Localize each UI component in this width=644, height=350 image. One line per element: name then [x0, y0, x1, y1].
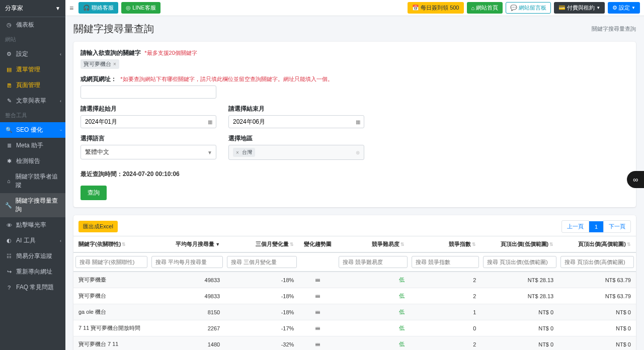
- trend-chart-icon[interactable]: ⩸: [315, 341, 321, 348]
- column-header[interactable]: 變化趨勢圖: [299, 236, 337, 253]
- sidebar-item-icon: ▤: [5, 66, 13, 73]
- remove-tag-icon[interactable]: ×: [113, 61, 116, 67]
- cell-high: NT$ 0: [558, 304, 636, 320]
- column-filter-input[interactable]: [412, 256, 479, 268]
- sidebar-item[interactable]: ?FAQ 常見問題: [0, 280, 65, 295]
- region-label: 選擇地區: [228, 134, 364, 143]
- sidebar-item-label: 儀表板: [16, 21, 34, 29]
- sort-icon: ▼: [215, 242, 220, 247]
- chevron-left-icon: ‹: [60, 238, 61, 243]
- cell-diff: 低: [337, 272, 410, 288]
- column-filter-input[interactable]: [483, 256, 556, 268]
- cell-kw: 寶可夢機台 7 11: [73, 336, 149, 351]
- sidebar-item[interactable]: ✱檢測報告: [0, 153, 65, 169]
- column-header[interactable]: 平均每月搜尋量▼: [149, 236, 225, 253]
- page-1-button[interactable]: 1: [589, 221, 603, 232]
- sort-icon: ⇅: [122, 242, 126, 247]
- column-header[interactable]: 頁頂出價(高價範圍)⇅: [558, 236, 636, 253]
- sidebar-item[interactable]: ≣Meta 助手: [0, 138, 65, 153]
- remove-region-icon[interactable]: ×: [236, 150, 239, 155]
- cell-low: NT$ 0: [481, 320, 558, 336]
- cell-avg: 49833: [149, 272, 225, 288]
- trend-chart-icon[interactable]: ⩸: [315, 277, 321, 284]
- sidebar-item[interactable]: 🖹頁面管理: [0, 77, 65, 93]
- column-header[interactable]: 三個月變化量⇅: [225, 236, 299, 253]
- settings-dropdown[interactable]: ⚙ 設定 ▼: [608, 2, 640, 14]
- chevron-left-icon: ‹: [60, 99, 61, 104]
- language-label: 選擇語言: [80, 134, 216, 143]
- search-button[interactable]: 查詢: [80, 186, 107, 200]
- sidebar-item-label: 重新導向網址: [16, 268, 52, 276]
- billing-dropdown[interactable]: 💳 付費與租約 ▼: [554, 2, 605, 14]
- calendar-icon: 📅: [412, 5, 419, 11]
- column-filter-input[interactable]: [560, 256, 634, 268]
- column-header[interactable]: 頁頂出價(低價範圍)⇅: [481, 236, 558, 253]
- url-label: 或網頁網址： *如要查詢網站下有哪些關鍵字，請只填此欄位並留空查詢關鍵字。網址只…: [80, 75, 629, 83]
- sidebar-item[interactable]: ◷儀表板: [0, 17, 65, 33]
- trend-chart-icon[interactable]: ⩸: [315, 325, 321, 332]
- sidebar-item[interactable]: ⚙設定‹: [0, 46, 65, 62]
- column-filter-input[interactable]: [227, 256, 297, 268]
- brand-select[interactable]: 分享家 ▼: [0, 0, 65, 17]
- home-label: 網站首頁: [476, 4, 498, 12]
- trend-chart-icon[interactable]: ⩸: [315, 293, 321, 300]
- language-select[interactable]: 繁體中文: [80, 145, 216, 159]
- daily-signin-button[interactable]: 📅 每日簽到領 500: [408, 2, 463, 14]
- prev-page-button[interactable]: 上一頁: [561, 220, 589, 233]
- url-input[interactable]: [80, 85, 216, 99]
- line-support-button[interactable]: ◎ LINE客服: [121, 2, 160, 14]
- cell-diff: 低: [337, 336, 410, 351]
- sidebar-item-icon: ⚙: [5, 51, 13, 57]
- cell-avg: 2267: [149, 320, 225, 336]
- cell-low: NT$ 0: [481, 304, 558, 320]
- trend-chart-icon[interactable]: ⩸: [315, 309, 321, 316]
- next-page-button[interactable]: 下一頁: [603, 220, 631, 233]
- sidebar: 分享家 ▼ ◷儀表板網站⚙設定‹▤選單管理🖹頁面管理✎文章與表單‹整合工具🔍SE…: [0, 0, 65, 350]
- clear-region-icon[interactable]: ⊗: [356, 150, 360, 155]
- keyword-label: 請輸入欲查詢的關鍵字 *最多支援20個關鍵字: [80, 49, 629, 57]
- hamburger-icon[interactable]: ≡: [69, 4, 73, 12]
- export-excel-button[interactable]: 匯出成Excel: [78, 221, 118, 232]
- region-select[interactable]: × 台灣 ⊗: [228, 145, 364, 160]
- sidebar-item-label: 關鍵字競爭者追蹤: [16, 172, 60, 190]
- card-icon: 💳: [558, 5, 566, 11]
- start-month-input[interactable]: [80, 115, 216, 128]
- column-header[interactable]: 競爭難易度⇅: [337, 236, 410, 253]
- end-month-input[interactable]: [228, 115, 364, 128]
- sidebar-item[interactable]: 🔧關鍵字搜尋量查詢: [0, 193, 65, 217]
- website-home-button[interactable]: ⌂ 網站首頁: [467, 2, 503, 14]
- column-header[interactable]: 競爭指數⇅: [410, 236, 481, 253]
- cell-diff: 低: [337, 304, 410, 320]
- sidebar-item[interactable]: ↪重新導向網址: [0, 264, 65, 280]
- line-icon: ◎: [126, 5, 131, 11]
- keyword-tag-input[interactable]: 寶可夢機台 ×: [80, 59, 629, 69]
- breadcrumb: 關鍵字搜尋量查詢: [592, 25, 636, 33]
- column-filter-input[interactable]: [75, 256, 147, 268]
- sidebar-item[interactable]: ☷簡易分享追蹤: [0, 248, 65, 264]
- page-header: 關鍵字搜尋量查詢 關鍵字搜尋量查詢: [65, 16, 644, 42]
- sidebar-item[interactable]: ◐AI 工具‹: [0, 233, 65, 248]
- gear-icon: ⚙: [612, 5, 617, 11]
- floating-help-button[interactable]: ∞: [627, 171, 644, 188]
- column-filter-input[interactable]: [339, 256, 408, 268]
- message-board-button[interactable]: 💬 網站留言板: [506, 2, 551, 14]
- cell-avg: 49833: [149, 288, 225, 304]
- column-filter-input[interactable]: [151, 256, 223, 268]
- column-header[interactable]: 關鍵字(依關聯性)⇅: [73, 236, 149, 253]
- sidebar-item[interactable]: ⌂關鍵字競爭者追蹤: [0, 169, 65, 193]
- sidebar-item-icon: ↪: [5, 269, 13, 275]
- sidebar-item[interactable]: 🔍SEO 優化‹: [0, 122, 65, 138]
- cell-avg: 8150: [149, 304, 225, 320]
- sidebar-item[interactable]: 👁點擊曝光率: [0, 217, 65, 233]
- sidebar-item-label: 選單管理: [16, 65, 40, 74]
- chat-icon: 💬: [510, 5, 517, 11]
- sidebar-item[interactable]: ▤選單管理: [0, 62, 65, 77]
- sidebar-item-icon: ☷: [5, 253, 13, 259]
- cell-low: NT$ 28.13: [481, 272, 558, 288]
- contact-support-button[interactable]: 🎧 聯絡客服: [78, 2, 118, 14]
- sidebar-section-header: 整合工具: [0, 109, 65, 122]
- cell-kw: 寶可夢機台: [73, 288, 149, 304]
- sidebar-item[interactable]: ✎文章與表單‹: [0, 93, 65, 109]
- page-title: 關鍵字搜尋量查詢: [73, 22, 154, 36]
- sidebar-item-icon: 🔍: [5, 127, 13, 133]
